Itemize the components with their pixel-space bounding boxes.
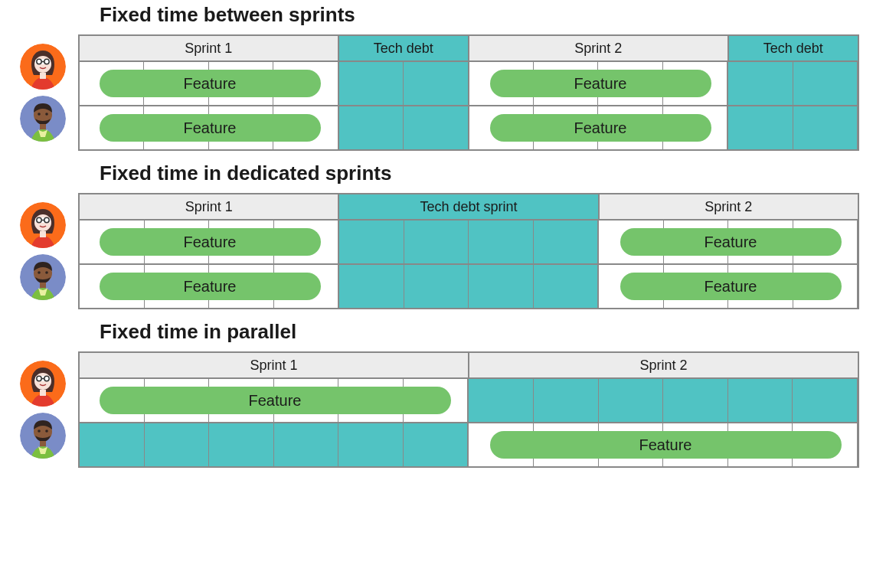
svg-point-21 — [38, 271, 41, 274]
cell — [663, 379, 728, 422]
section-title: Fixed time between sprints — [100, 3, 878, 27]
avatars — [8, 361, 78, 459]
avatar-man — [20, 413, 66, 459]
cell — [404, 423, 469, 466]
timeline-row: FeatureFeature — [80, 105, 858, 149]
cell — [793, 62, 858, 105]
cell — [339, 62, 404, 105]
header-cell: Sprint 2 — [469, 353, 858, 377]
header-row: Sprint 1Sprint 2 — [80, 353, 858, 377]
cell — [339, 220, 404, 263]
cell — [728, 106, 793, 149]
avatars — [8, 202, 78, 300]
header-row: Sprint 1Tech debtSprint 2Tech debt — [80, 36, 858, 60]
svg-point-9 — [38, 113, 41, 116]
cell — [793, 379, 858, 422]
cell — [339, 106, 404, 149]
cell — [339, 265, 404, 308]
section-2: Fixed time in parallel Sprint 1Sprint 2F… — [8, 320, 878, 468]
timeline-grid: Sprint 1Tech debt sprintSprint 2FeatureF… — [78, 193, 859, 309]
cell — [534, 265, 600, 308]
header-cell: Sprint 2 — [600, 194, 858, 219]
timeline-row: FeatureFeature — [80, 263, 858, 308]
cell — [728, 62, 793, 105]
cell — [274, 423, 339, 466]
svg-rect-30 — [40, 390, 46, 396]
timeline-row: FeatureFeature — [80, 219, 858, 263]
cell — [728, 379, 793, 422]
avatar-man — [20, 254, 66, 300]
person-man-icon — [20, 96, 66, 142]
header-row: Sprint 1Tech debt sprintSprint 2 — [80, 194, 858, 219]
cell — [404, 220, 469, 263]
section-0: Fixed time between sprints Sprint 1Tech … — [8, 3, 878, 151]
cell — [80, 423, 145, 466]
header-cell: Tech debt — [729, 36, 858, 60]
svg-rect-35 — [40, 441, 46, 446]
header-cell: Sprint 1 — [80, 353, 469, 377]
person-man-icon — [20, 413, 66, 459]
svg-rect-23 — [40, 283, 46, 288]
svg-point-34 — [45, 430, 48, 433]
avatar-man — [20, 96, 66, 142]
header-cell: Tech debt — [339, 36, 469, 60]
feature-pill: Feature — [490, 431, 842, 459]
section-title: Fixed time in dedicated sprints — [100, 162, 878, 185]
feature-pill: Feature — [100, 273, 321, 300]
tech-debt-diagram: Fixed time between sprints Sprint 1Tech … — [8, 0, 878, 479]
avatar-woman — [20, 202, 66, 248]
svg-rect-18 — [40, 231, 46, 237]
cell — [534, 220, 600, 263]
cell — [534, 379, 599, 422]
feature-pill: Feature — [620, 273, 842, 300]
cell — [209, 423, 274, 466]
timeline-grid: Sprint 1Sprint 2FeatureFeature — [78, 351, 859, 468]
avatars — [8, 44, 78, 142]
feature-pill: Feature — [490, 114, 711, 142]
person-woman-icon — [20, 202, 66, 248]
cell — [469, 379, 534, 422]
timeline-grid: Sprint 1Tech debtSprint 2Tech debtFeatur… — [78, 34, 859, 151]
section-title: Fixed time in parallel — [100, 320, 878, 344]
avatar-woman — [20, 44, 66, 90]
section-row: Sprint 1Tech debtSprint 2Tech debtFeatur… — [8, 34, 878, 151]
svg-point-10 — [45, 113, 48, 116]
feature-pill: Feature — [490, 70, 711, 97]
section-1: Fixed time in dedicated sprints Sprint 1… — [8, 162, 878, 309]
feature-pill: Feature — [100, 228, 321, 256]
svg-rect-6 — [40, 73, 46, 79]
cell — [404, 106, 469, 149]
person-man-icon — [20, 254, 66, 300]
timeline-row: Feature — [80, 377, 858, 422]
header-cell: Sprint 1 — [80, 36, 339, 60]
section-row: Sprint 1Tech debt sprintSprint 2FeatureF… — [8, 193, 878, 309]
cell — [793, 106, 858, 149]
feature-pill: Feature — [620, 228, 842, 256]
person-woman-icon — [20, 361, 66, 407]
cell — [469, 220, 534, 263]
timeline-row: Feature — [80, 422, 858, 466]
svg-point-33 — [38, 430, 41, 433]
header-cell: Tech debt sprint — [339, 194, 599, 219]
header-cell: Sprint 2 — [469, 36, 729, 60]
cell — [404, 62, 469, 105]
svg-point-22 — [45, 271, 48, 274]
cell — [404, 265, 469, 308]
section-row: Sprint 1Sprint 2FeatureFeature — [8, 351, 878, 468]
svg-rect-11 — [40, 124, 46, 129]
person-woman-icon — [20, 44, 66, 90]
timeline-row: FeatureFeature — [80, 60, 858, 105]
cell — [145, 423, 210, 466]
feature-pill: Feature — [100, 387, 451, 414]
cell — [338, 423, 404, 466]
feature-pill: Feature — [100, 70, 321, 97]
cell — [599, 379, 664, 422]
feature-pill: Feature — [100, 114, 321, 142]
header-cell: Sprint 1 — [80, 194, 339, 219]
avatar-woman — [20, 361, 66, 407]
cell — [469, 265, 534, 308]
